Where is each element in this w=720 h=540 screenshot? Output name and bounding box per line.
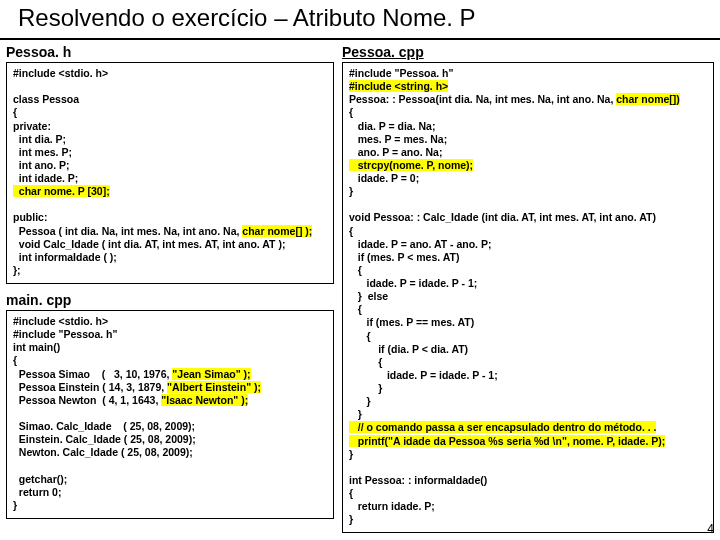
code-pessoa-cpp: #include "Pessoa. h" #include <string. h… — [342, 62, 714, 533]
left-column: Pessoa. h #include <stdio. h> class Pess… — [0, 40, 340, 539]
right-column: Pessoa. cpp #include "Pessoa. h" #includ… — [340, 40, 720, 539]
slide-title: Resolvendo o exercício – Atributo Nome. … — [0, 0, 720, 40]
label-pessoa-h: Pessoa. h — [6, 42, 334, 62]
code-pessoa-h: #include <stdio. h> class Pessoa { priva… — [6, 62, 334, 284]
label-pessoa-cpp: Pessoa. cpp — [342, 42, 714, 62]
code-main-cpp: #include <stdio. h> #include "Pessoa. h"… — [6, 310, 334, 519]
page-number: 4 — [707, 522, 714, 536]
label-main-cpp: main. cpp — [6, 290, 334, 310]
content-area: Pessoa. h #include <stdio. h> class Pess… — [0, 40, 720, 539]
